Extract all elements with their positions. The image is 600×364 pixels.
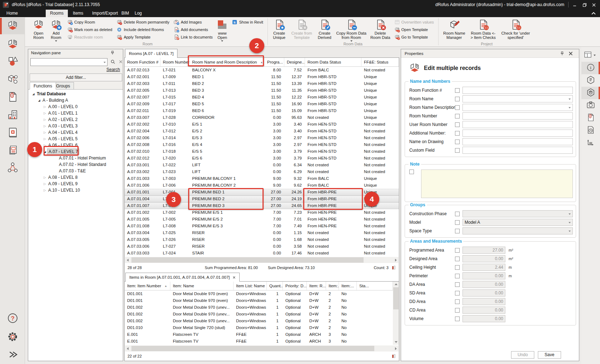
field-checkbox[interactable] (455, 220, 460, 225)
clear-search-icon[interactable] (118, 59, 123, 64)
sidebar-item-documents[interactable] (0, 89, 25, 106)
tree-item[interactable]: A.07.03 - T&E (28, 168, 123, 174)
field-checkbox[interactable] (455, 265, 460, 270)
tree-item-label[interactable]: A.06 - LEVEL 6 (47, 142, 79, 148)
undo-button[interactable]: Undo (511, 351, 534, 359)
layout-selector[interactable] (584, 50, 598, 60)
search-icon[interactable] (110, 59, 115, 64)
field-dropdown[interactable]: Model A (462, 219, 573, 226)
items-h-scrollbar[interactable] (125, 345, 399, 352)
tree-expander-icon[interactable]: ▷ (42, 131, 47, 134)
tree-item[interactable]: ◢A.07 - LEVEL 7 (28, 148, 123, 155)
room-row[interactable]: A.07.03.002L7-023LIFT0.006.29Not created… (125, 168, 399, 175)
column-header[interactable]: FF&E: Status (361, 58, 399, 66)
tree-item[interactable]: ▷A.09 - LEVEL 9 (28, 181, 123, 187)
tree-item[interactable]: ▷A.04 - LEVEL 4 (28, 129, 123, 136)
collapse-ribbon-icon[interactable] (591, 11, 596, 16)
minimize-button[interactable] (571, 2, 578, 8)
add-images-button[interactable]: Add Images (172, 18, 214, 26)
toolbar-history[interactable] (581, 124, 600, 137)
room-row[interactable]: A.07.01.007L7-007PREMIUM BED 327.0024.65… (125, 202, 399, 209)
sidebar-item-settings[interactable] (0, 329, 25, 345)
scroll-up-icon[interactable] (395, 283, 398, 285)
tree-item[interactable]: ◢A - Building A (28, 97, 123, 103)
room-row[interactable]: A.07.02.012L7-020E/S 63.003.79From HEN-S… (125, 155, 399, 162)
field-checkbox[interactable] (455, 148, 460, 153)
add-room-button[interactable]: Add Room (48, 18, 64, 42)
scroll-right-icon[interactable] (395, 347, 397, 350)
field-checkbox[interactable] (455, 257, 460, 261)
items-v-scrollbar[interactable] (393, 282, 399, 345)
save-button[interactable]: Save (538, 351, 561, 359)
add-filter-button[interactable]: Add filter... (30, 74, 122, 81)
sidebar-item-catalog[interactable] (0, 125, 25, 141)
delete-room-data-button[interactable]: Delete Room Data (369, 18, 391, 40)
chevron-down-icon[interactable] (104, 62, 106, 63)
field-input[interactable] (462, 121, 573, 128)
scroll-left-icon[interactable] (127, 259, 129, 262)
field-input[interactable]: 0.00 (462, 315, 505, 322)
sidebar-item-rooms[interactable] (0, 18, 25, 34)
tree-item[interactable]: ◢Trial Database (28, 91, 123, 97)
link-documents-button[interactable]: Link to documents (172, 33, 214, 41)
room-row[interactable]: A.07.01.008L7-008PREMIUM E/S 37.007.49Fr… (125, 223, 399, 229)
sidebar-item-items[interactable] (0, 54, 25, 70)
field-checkbox[interactable] (455, 299, 460, 304)
column-header[interactable]: Item: Name (170, 282, 234, 290)
field-checkbox[interactable] (455, 282, 460, 287)
tree-item[interactable]: ▷A.05 - LEVEL 5 (28, 136, 123, 142)
sidebar-item-room-list[interactable] (0, 36, 25, 53)
room-row[interactable]: A.07.03.003L7-024STAIR0.0017.46Not creat… (125, 250, 399, 257)
room-row[interactable]: A.07.01.004L7-004PREMIUM BED 227.0024.19… (125, 196, 399, 202)
close-icon[interactable] (232, 276, 236, 279)
room-row[interactable]: A.07.01.001L7-001PREMIUM BED 127.0024.26… (125, 189, 399, 196)
column-header[interactable]: Room Number (160, 58, 190, 66)
tree-expander-icon[interactable]: ◢ (31, 92, 36, 96)
item-row[interactable]: E.001Flatscreen TVFF&E1OptionalARCH3No (125, 331, 393, 338)
column-header[interactable]: Sta... (357, 282, 393, 290)
column-header[interactable]: Item: R... (307, 282, 326, 290)
column-header[interactable]: Item: Item Number▲ (125, 282, 170, 290)
scroll-left-icon[interactable] (127, 347, 129, 350)
field-input[interactable] (462, 112, 573, 120)
item-row[interactable]: D01.010Door Metal Single 720 (stud)Doors… (125, 324, 393, 331)
tree-item[interactable]: ▷A.06 - LEVEL 6 (28, 142, 123, 148)
pin-icon[interactable] (560, 51, 565, 56)
field-input[interactable]: 2.44 (462, 264, 505, 271)
sidebar-item-buildings[interactable] (0, 107, 25, 123)
copy-room-button[interactable]: Copy Room (66, 18, 114, 26)
room-row[interactable]: A.07.03.007L7-028CORRIDOR0.0095.63Not cr… (125, 114, 399, 121)
room-row[interactable]: A.07.01.006L7-006PREMIUM BALCONY 29.009.… (125, 182, 399, 189)
toolbar-measurements[interactable] (581, 137, 600, 149)
delete-room-permanently-button[interactable]: Delete Room permanently (115, 18, 171, 26)
pin-icon[interactable] (110, 50, 115, 55)
overwritten-values-button[interactable]: Overwritten values (393, 18, 435, 26)
scrollbar-thumb[interactable] (131, 346, 374, 351)
sidebar-item-reports[interactable] (0, 143, 25, 159)
field-input[interactable] (462, 130, 573, 137)
scrollbar-thumb[interactable] (131, 257, 364, 263)
field-dropdown[interactable] (462, 227, 573, 234)
tree-item[interactable]: A.07.02 - Hotel Standard (28, 161, 123, 168)
column-header[interactable]: Item:... (339, 282, 357, 290)
tree-item[interactable]: ▷A.01 - LEVEL 1 (28, 110, 123, 116)
field-checkbox[interactable] (455, 131, 460, 136)
tree-expander-icon[interactable]: ◢ (42, 150, 47, 153)
room-row[interactable]: A.07.02.006L7-014E/S 33.002.97From HEN-S… (125, 135, 399, 141)
tab-home[interactable]: Home (2, 10, 22, 17)
tree-item-label[interactable]: A.02 - LEVEL 2 (47, 117, 79, 122)
room-row[interactable]: A.07.02.004L7-012E/S 23.003.40From HEN-S… (125, 128, 399, 135)
field-input[interactable] (462, 147, 573, 154)
create-from-template-button[interactable]: Create from Template (289, 18, 314, 40)
tree-item-label[interactable]: A.07 - LEVEL 7 (47, 148, 79, 155)
tree-item-label[interactable]: A.04 - LEVEL 4 (47, 130, 79, 135)
apply-template-button[interactable]: Apply Template (115, 33, 171, 41)
item-row[interactable]: D01.002Door Metal Double 970 (unev...Doo… (125, 304, 393, 311)
tree-item-label[interactable]: Trial Database (36, 91, 67, 97)
column-header[interactable]: Priority: D... (283, 282, 307, 290)
room-row[interactable]: A.07.03.005L7-026RISER0.001.68Not create… (125, 236, 399, 243)
note-input[interactable] (421, 170, 573, 198)
field-checkbox[interactable] (455, 114, 460, 118)
open-template-button[interactable]: Open Template (393, 26, 435, 33)
include-deleted-rooms-button[interactable]: Include deleted Rooms (115, 26, 171, 33)
